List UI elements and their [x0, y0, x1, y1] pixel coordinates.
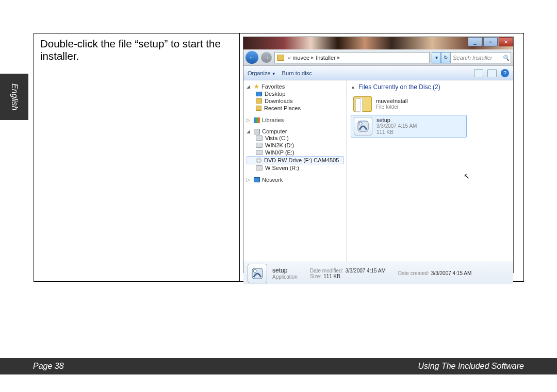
sidebar-wseven[interactable]: W Seven (R:): [265, 165, 299, 171]
window-buttons: _ ▫ ✕: [467, 37, 513, 46]
folder-icon: [277, 55, 284, 61]
nav-bar: ← → « muvee ▸ Installer ▸ ▾ ↻ Search Ins…: [243, 49, 513, 66]
search-icon: 🔍: [502, 55, 509, 61]
address-bar[interactable]: « muvee ▸ Installer ▸: [274, 52, 430, 63]
libraries-icon: [254, 117, 260, 123]
address-dropdown[interactable]: ▾: [432, 52, 441, 63]
file-setup[interactable]: setup 3/3/2007 4:15 AM 111 KB ↖: [351, 115, 467, 138]
file-muveeinstall[interactable]: muveeInstall File folder: [351, 95, 467, 113]
maximize-button[interactable]: ▫: [483, 37, 498, 46]
screenshot-cell: _ ▫ ✕ ← → « muvee ▸ Installer ▸ ▾ ↻: [240, 33, 523, 281]
computer-icon: [254, 129, 260, 134]
forward-button[interactable]: →: [261, 52, 272, 63]
language-tab: English: [0, 74, 28, 120]
svg-point-1: [359, 122, 362, 125]
details-created-label: Date created:: [398, 270, 429, 276]
view-options-icon[interactable]: [474, 69, 483, 77]
content-header: ▲Files Currently on the Disc (2): [351, 83, 509, 91]
network-icon: [254, 177, 260, 182]
cursor-icon: ↖: [464, 172, 470, 180]
refresh-button[interactable]: ↻: [441, 52, 450, 63]
breadcrumb-muvee[interactable]: muvee: [292, 55, 309, 61]
details-size-val: 111 KB: [323, 274, 340, 279]
desktop-icon: [256, 92, 262, 96]
setup-icon: [248, 264, 267, 283]
details-name: setup: [272, 267, 298, 274]
drive-icon: [256, 143, 263, 148]
drive-icon: [256, 165, 263, 171]
drive-icon: [256, 150, 263, 155]
footer-page: Page 38: [33, 362, 64, 371]
sidebar-recent[interactable]: Recent Places: [264, 105, 301, 111]
footer-section: Using The Included Software: [418, 362, 524, 371]
sidebar-winxp[interactable]: WINXP (E:): [265, 149, 294, 156]
sidebar-desktop[interactable]: Desktop: [265, 91, 285, 97]
titlebar: _ ▫ ✕: [243, 37, 513, 49]
details-mod-label: Date modified:: [310, 268, 343, 274]
details-mod-val: 3/3/2007 4:15 AM: [345, 268, 385, 274]
search-placeholder: Search Installer: [453, 55, 492, 61]
breadcrumb-arrow2: ▸: [337, 54, 340, 61]
language-label: English: [10, 83, 19, 110]
breadcrumb-installer[interactable]: Installer: [316, 55, 336, 61]
sidebar-vista[interactable]: Vista (C:): [265, 135, 289, 141]
help-icon[interactable]: ?: [501, 69, 509, 77]
setup-icon: [354, 117, 372, 135]
sidebar-favorites[interactable]: Favorites: [261, 83, 285, 90]
svg-point-3: [253, 269, 256, 272]
search-box[interactable]: Search Installer 🔍: [450, 52, 511, 63]
instruction-text: Double-click the file “setup” to start t…: [34, 33, 240, 281]
details-pane: setup Application Date modified:3/3/2007…: [243, 262, 513, 284]
back-button[interactable]: ←: [245, 51, 258, 64]
sidebar-dvd[interactable]: DVD RW Drive (F:) CAM4505: [264, 157, 339, 163]
body-area: ◢★Favorites Desktop Downloads Recent Pla…: [243, 80, 513, 262]
page-footer: Page 38 Using The Included Software: [0, 358, 557, 374]
explorer-window: _ ▫ ✕ ← → « muvee ▸ Installer ▸ ▾ ↻: [243, 37, 514, 273]
instruction-table: Double-click the file “setup” to start t…: [34, 33, 524, 282]
nav-sidebar: ◢★Favorites Desktop Downloads Recent Pla…: [243, 80, 347, 262]
breadcrumb-prefix: «: [288, 55, 291, 61]
close-button[interactable]: ✕: [499, 37, 513, 46]
sidebar-win2k[interactable]: WIN2K (D:): [265, 142, 294, 148]
minimize-button[interactable]: _: [468, 37, 482, 46]
sidebar-computer[interactable]: Computer: [262, 128, 287, 134]
sidebar-network[interactable]: Network: [262, 177, 283, 183]
details-size-label: Size:: [310, 274, 321, 279]
details-type: Application: [272, 274, 298, 280]
drive-icon: [256, 135, 263, 141]
folder-icon: [256, 98, 262, 104]
organize-menu[interactable]: Organize▼: [248, 70, 276, 76]
disc-icon: [256, 158, 261, 163]
folder-icon: [353, 96, 372, 112]
details-created-val: 3/3/2007 4:15 AM: [431, 270, 471, 276]
sidebar-downloads[interactable]: Downloads: [265, 98, 292, 104]
preview-pane-icon[interactable]: [487, 69, 497, 77]
burn-action[interactable]: Burn to disc: [282, 70, 312, 76]
toolbar: Organize▼ Burn to disc ?: [243, 66, 513, 80]
star-icon: ★: [254, 83, 259, 90]
recent-icon: [256, 106, 261, 111]
breadcrumb-arrow1: ▸: [311, 54, 314, 61]
sidebar-libraries[interactable]: Libraries: [262, 117, 284, 123]
file-content: ▲Files Currently on the Disc (2) muveeIn…: [347, 80, 513, 262]
